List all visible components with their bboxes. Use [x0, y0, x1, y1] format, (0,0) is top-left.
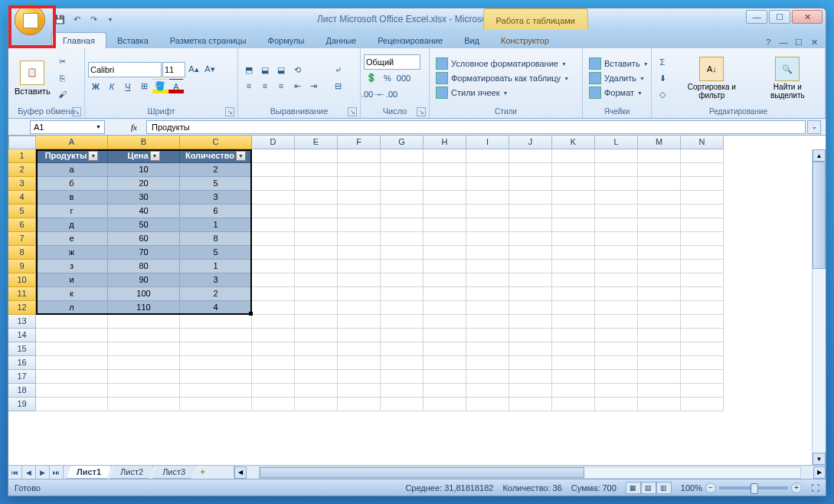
- cell[interactable]: [681, 177, 724, 191]
- cell[interactable]: [108, 329, 180, 342]
- cell[interactable]: 110: [108, 301, 180, 315]
- cell[interactable]: [180, 329, 252, 342]
- cell[interactable]: Количество▼: [180, 149, 252, 163]
- cell[interactable]: [252, 260, 295, 273]
- cancel-formula-icon[interactable]: [110, 123, 125, 132]
- cell[interactable]: [466, 177, 509, 191]
- cell[interactable]: [338, 315, 381, 329]
- cell[interactable]: [595, 356, 638, 370]
- clear-icon[interactable]: ◇: [655, 87, 670, 102]
- cell[interactable]: [381, 273, 424, 287]
- cell[interactable]: 6: [180, 205, 252, 218]
- cell[interactable]: [466, 232, 509, 246]
- cell[interactable]: [595, 329, 638, 342]
- cell[interactable]: [638, 398, 681, 411]
- cell[interactable]: [252, 246, 295, 260]
- cell[interactable]: [338, 398, 381, 411]
- cell[interactable]: [509, 315, 552, 329]
- cell[interactable]: [252, 287, 295, 301]
- cell[interactable]: [295, 384, 338, 398]
- font-size-select[interactable]: [162, 62, 185, 77]
- cell[interactable]: [595, 191, 638, 205]
- align-top-icon[interactable]: ⬒: [241, 62, 257, 77]
- horizontal-scroll-thumb[interactable]: [260, 467, 584, 478]
- cell[interactable]: 90: [108, 273, 180, 287]
- cell[interactable]: [681, 246, 724, 260]
- cell[interactable]: [595, 149, 638, 163]
- cell[interactable]: [595, 232, 638, 246]
- cell[interactable]: [424, 356, 466, 370]
- cell[interactable]: [509, 301, 552, 315]
- select-all-corner[interactable]: [8, 136, 36, 149]
- restore-workbook-icon[interactable]: ☐: [792, 36, 806, 48]
- cell[interactable]: [180, 398, 252, 411]
- cell[interactable]: [509, 356, 552, 370]
- cell[interactable]: [424, 191, 466, 205]
- cell[interactable]: [552, 384, 595, 398]
- row-header[interactable]: 18: [8, 384, 36, 398]
- cell[interactable]: з: [36, 260, 108, 273]
- cell[interactable]: [381, 191, 424, 205]
- sort-filter-button[interactable]: A↓ Сортировка и фильтр: [672, 55, 752, 101]
- underline-icon[interactable]: Ч: [120, 79, 136, 94]
- office-button[interactable]: [15, 5, 45, 35]
- formula-input[interactable]: Продукты: [146, 120, 806, 134]
- scroll-left-icon[interactable]: ◀: [234, 466, 247, 479]
- zoom-level[interactable]: 100%: [681, 483, 702, 493]
- cell[interactable]: [36, 384, 108, 398]
- column-header[interactable]: D: [252, 136, 295, 149]
- help-icon[interactable]: ?: [761, 36, 775, 48]
- cell[interactable]: [36, 329, 108, 342]
- cell[interactable]: [295, 287, 338, 301]
- cell[interactable]: [252, 301, 295, 315]
- cell[interactable]: [595, 398, 638, 411]
- cell[interactable]: [509, 205, 552, 218]
- cell[interactable]: [681, 370, 724, 384]
- row-header[interactable]: 8: [8, 246, 36, 260]
- comma-icon[interactable]: 000: [396, 70, 411, 86]
- horizontal-scrollbar[interactable]: ◀ ▶: [234, 466, 826, 479]
- row-header[interactable]: 7: [8, 232, 36, 246]
- align-center-icon[interactable]: ≡: [257, 78, 273, 93]
- tab-page-layout[interactable]: Разметка страницы: [159, 33, 257, 48]
- row-header[interactable]: 17: [8, 370, 36, 384]
- cell[interactable]: [252, 163, 295, 177]
- cell[interactable]: [681, 301, 724, 315]
- grow-font-icon[interactable]: A▴: [186, 62, 201, 77]
- cell[interactable]: [681, 218, 724, 232]
- conditional-formatting-button[interactable]: Условное форматирование▼: [433, 57, 572, 70]
- filter-dropdown-icon[interactable]: ▼: [150, 151, 160, 161]
- cell[interactable]: [36, 315, 108, 329]
- cell[interactable]: [338, 246, 381, 260]
- cell[interactable]: [552, 246, 595, 260]
- cell[interactable]: 80: [108, 260, 180, 273]
- cell[interactable]: [638, 218, 681, 232]
- tab-view[interactable]: Вид: [453, 33, 490, 48]
- cell[interactable]: 20: [108, 177, 180, 191]
- cell[interactable]: [381, 218, 424, 232]
- column-header[interactable]: F: [338, 136, 381, 149]
- cell[interactable]: [638, 149, 681, 163]
- cell[interactable]: [295, 191, 338, 205]
- cell[interactable]: 40: [108, 205, 180, 218]
- cell[interactable]: [552, 356, 595, 370]
- cell[interactable]: [595, 177, 638, 191]
- merge-center-icon[interactable]: ⊟: [327, 78, 348, 93]
- cell[interactable]: [252, 384, 295, 398]
- cell[interactable]: [424, 177, 466, 191]
- cell[interactable]: [552, 149, 595, 163]
- cell[interactable]: 5: [180, 177, 252, 191]
- column-header[interactable]: H: [424, 136, 466, 149]
- cell[interactable]: [180, 356, 252, 370]
- cell[interactable]: л: [36, 301, 108, 315]
- row-header[interactable]: 10: [8, 273, 36, 287]
- sheet-tab[interactable]: Лист2: [110, 466, 153, 479]
- view-page-break-icon[interactable]: ▥: [656, 482, 672, 494]
- cell[interactable]: [252, 370, 295, 384]
- cell[interactable]: [595, 218, 638, 232]
- cell[interactable]: [552, 232, 595, 246]
- cell[interactable]: [638, 356, 681, 370]
- cell[interactable]: [509, 287, 552, 301]
- expand-formula-bar-icon[interactable]: ⌄: [807, 120, 821, 134]
- cell[interactable]: [338, 177, 381, 191]
